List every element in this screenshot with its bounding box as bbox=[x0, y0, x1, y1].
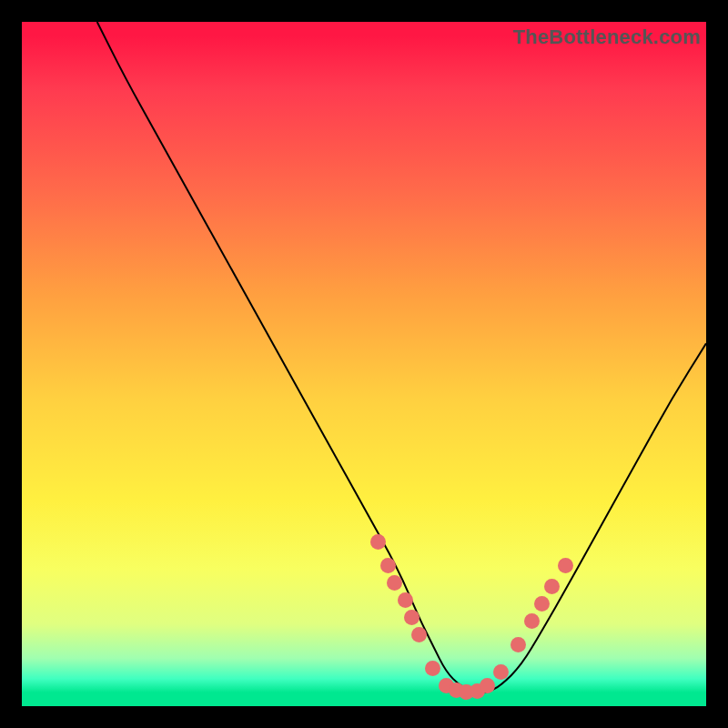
data-marker bbox=[534, 596, 550, 612]
bottleneck-curve bbox=[97, 22, 706, 693]
data-marker bbox=[480, 678, 495, 693]
data-marker bbox=[398, 592, 413, 608]
data-marker bbox=[425, 661, 440, 676]
chart-container: TheBottleneck.com bbox=[0, 0, 728, 728]
data-marker bbox=[493, 664, 509, 680]
data-marker bbox=[544, 579, 560, 594]
watermark-text: TheBottleneck.com bbox=[513, 25, 701, 49]
data-marker bbox=[404, 610, 420, 625]
data-marker bbox=[387, 575, 402, 591]
data-marker bbox=[370, 534, 386, 550]
data-marker bbox=[558, 558, 573, 573]
curve-svg bbox=[22, 22, 706, 706]
data-marker bbox=[411, 627, 427, 642]
data-marker bbox=[524, 613, 540, 629]
data-marker bbox=[511, 637, 526, 652]
data-marker bbox=[380, 558, 396, 573]
plot-area: TheBottleneck.com bbox=[22, 22, 706, 706]
